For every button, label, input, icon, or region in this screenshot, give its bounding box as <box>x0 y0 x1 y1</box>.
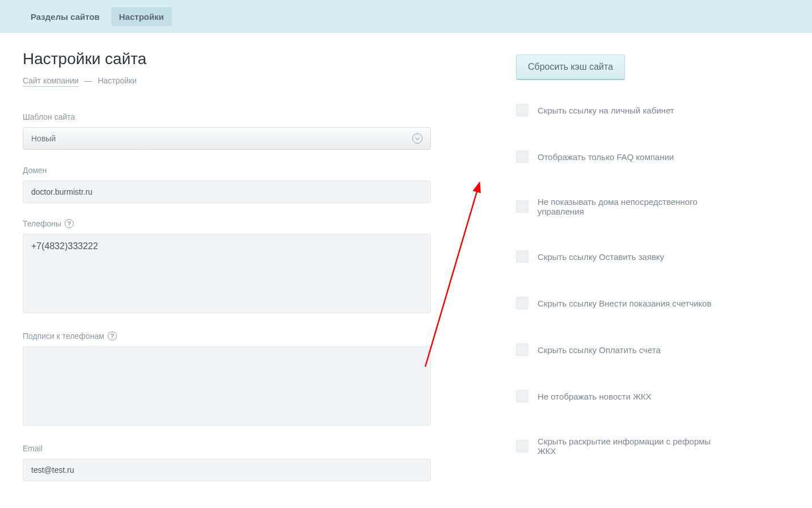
check-row-3: Скрыть ссылку Оставить заявку <box>516 250 731 263</box>
check-row-1: Отображать только FAQ компании <box>516 150 731 163</box>
check-label: Скрыть ссылку на личный кабинет <box>538 106 674 115</box>
label-phone-captions-text: Подписи к телефонам <box>23 331 104 341</box>
check-label: Не показывать дома непосредственного упр… <box>538 197 731 216</box>
check-label: Скрыть ссылку Оставить заявку <box>538 252 664 262</box>
help-icon[interactable]: ? <box>108 331 117 341</box>
check-row-6: Не отображать новости ЖКХ <box>516 390 731 402</box>
check-label: Скрыть ссылку Оплатить счета <box>538 345 661 355</box>
chevron-down-icon <box>412 133 422 144</box>
check-label: Отображать только FAQ компании <box>538 152 674 162</box>
check-row-5: Скрыть ссылку Оплатить счета <box>516 343 731 356</box>
checkbox-hide-news[interactable] <box>516 390 528 402</box>
label-phone-captions: Подписи к телефонам ? <box>23 331 431 341</box>
label-phones: Телефоны ? <box>23 219 431 228</box>
content: Настройки сайта Сайт компании — Настройк… <box>0 33 812 497</box>
tab-settings[interactable]: Настройки <box>111 7 172 26</box>
textarea-phones[interactable] <box>23 234 431 313</box>
checkbox-hide-lk-link[interactable] <box>516 104 528 116</box>
check-row-0: Скрыть ссылку на личный кабинет <box>516 104 731 116</box>
breadcrumb-link[interactable]: Сайт компании <box>23 76 79 87</box>
topbar: Разделы сайтов Настройки <box>0 0 812 33</box>
reset-cache-button[interactable]: Сбросить кэш сайта <box>516 54 625 80</box>
breadcrumb-current: Настройки <box>98 76 137 85</box>
label-email: Email <box>23 444 431 453</box>
check-label: Скрыть раскрытие информации с реформы ЖК… <box>538 436 731 456</box>
label-domain: Домен <box>23 166 431 175</box>
select-template-value: Новый <box>31 134 56 143</box>
textarea-phone-captions[interactable] <box>23 346 431 426</box>
input-domain[interactable] <box>23 180 431 203</box>
check-label: Скрыть ссылку Внести показания счетчиков <box>538 299 712 308</box>
right-column: Сбросить кэш сайта Скрыть ссылку на личн… <box>448 54 731 497</box>
checkbox-faq-only[interactable] <box>516 150 528 163</box>
check-label: Не отображать новости ЖКХ <box>538 392 652 401</box>
label-phones-text: Телефоны <box>23 219 61 228</box>
label-template: Шаблон сайта <box>23 112 431 121</box>
left-column: Настройки сайта Сайт компании — Настройк… <box>23 50 431 497</box>
check-row-4: Скрыть ссылку Внести показания счетчиков <box>516 297 731 309</box>
checkbox-hide-disclosure[interactable] <box>516 440 528 452</box>
check-row-2: Не показывать дома непосредственного упр… <box>516 197 731 216</box>
checkbox-hide-pay-link[interactable] <box>516 343 528 356</box>
breadcrumb: Сайт компании — Настройки <box>23 76 431 85</box>
checkbox-hide-meters-link[interactable] <box>516 297 528 309</box>
select-template[interactable]: Новый <box>23 127 431 150</box>
checkbox-hide-direct-houses[interactable] <box>516 200 528 213</box>
tab-sections[interactable]: Разделы сайтов <box>23 7 108 26</box>
checkbox-hide-request-link[interactable] <box>516 250 528 263</box>
help-icon[interactable]: ? <box>65 219 74 228</box>
page-title: Настройки сайта <box>23 50 431 68</box>
svg-line-1 <box>425 184 479 367</box>
breadcrumb-sep: — <box>84 76 92 85</box>
input-email[interactable] <box>23 459 431 481</box>
check-row-7: Скрыть раскрытие информации с реформы ЖК… <box>516 436 731 456</box>
